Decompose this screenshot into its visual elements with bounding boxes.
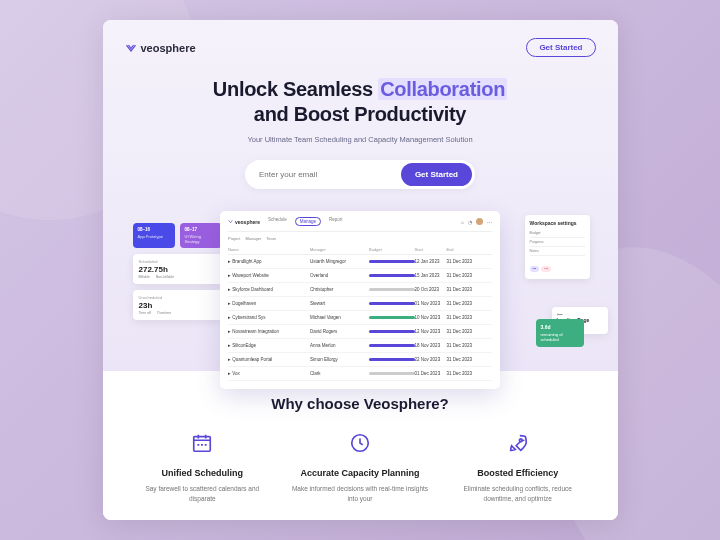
features-heading: Why choose Veosphere? — [133, 395, 588, 412]
table-row: ▸ Novastream IntegrationDavid Rogers12 N… — [228, 325, 492, 339]
menu-icon: ⋯ — [487, 219, 492, 225]
table-row: ▸ Cyberstrand SysMichael Vargen10 Nov 20… — [228, 311, 492, 325]
feature-item: Accurate Capacity Planning Make informed… — [290, 432, 430, 504]
table-row: ▸ Brandlight AppUstarth Mingregor12 Jan … — [228, 255, 492, 269]
mock-filters: Project Manager Team — [228, 231, 492, 241]
title-highlight: Collaboration — [378, 78, 507, 100]
feature-item: Boosted Efficiency Eliminate scheduling … — [448, 432, 588, 504]
table-row: ▸ DogelhavenStewart01 Nov 202331 Dec 202… — [228, 297, 492, 311]
table-row: ▸ Skyforce DashboardChristopher20 Oct 20… — [228, 283, 492, 297]
mock-table-header: Name Manager Budget Start End — [228, 245, 492, 255]
svg-rect-0 — [194, 437, 211, 452]
main-dashboard-mockup: veosphere Schedule Manage Report ⌕ ◔ ⋯ — [220, 211, 500, 389]
settings-card: Workspace settings Budget Progress Notes… — [525, 215, 590, 279]
schedule-card-blue: 08–16 App Prototype — [133, 223, 175, 248]
nav-bar: veosphere Get Started — [125, 38, 596, 57]
stats-card-scheduled: Scheduled 272.75h BillableNon-billable — [133, 254, 223, 284]
stats-card-unscheduled: Unscheduled 23h Time offOvertime — [133, 290, 223, 320]
mock-tab: Report — [329, 217, 343, 226]
email-input[interactable] — [259, 170, 401, 179]
hero-title: Unlock Seamless Collaboration and Boost … — [125, 77, 596, 127]
search-icon: ⌕ — [461, 219, 464, 225]
calendar-icon — [191, 432, 213, 454]
mock-tab-active: Manage — [295, 217, 321, 226]
nav-cta-button[interactable]: Get Started — [526, 38, 595, 57]
mock-tabs: Schedule Manage Report — [268, 217, 343, 226]
email-form: Get Started — [245, 160, 475, 189]
table-row: ▸ Quantumleap PortalSimon Ellorgy22 Nov … — [228, 353, 492, 367]
logo-icon — [125, 42, 137, 54]
features-section: Why choose Veosphere? Unified Scheduling… — [103, 371, 618, 520]
mock-header-icons: ⌕ ◔ ⋯ — [461, 218, 492, 225]
hero-section: veosphere Get Started Unlock Seamless Co… — [103, 20, 618, 371]
table-row: ▸ Waveport WebsiteOverland15 Jan 202331 … — [228, 269, 492, 283]
left-floating-cards: 08–16 App Prototype 08–17 UI Wiring Stra… — [133, 223, 223, 320]
features-grid: Unified Scheduling Say farewell to scatt… — [133, 432, 588, 504]
landing-page: veosphere Get Started Unlock Seamless Co… — [103, 20, 618, 520]
table-row: ▸ SiliconEdgeAnna Merlon18 Nov 202331 De… — [228, 339, 492, 353]
bell-icon: ◔ — [468, 219, 472, 225]
hero-subtitle: Your Ultimate Team Scheduling and Capaci… — [125, 135, 596, 144]
hero-content: Unlock Seamless Collaboration and Boost … — [125, 77, 596, 189]
svg-point-2 — [519, 439, 522, 442]
product-mockups: 08–16 App Prototype 08–17 UI Wiring Stra… — [125, 211, 596, 371]
feature-item: Unified Scheduling Say farewell to scatt… — [133, 432, 273, 504]
clock-icon — [349, 432, 371, 454]
table-row: ▸ VoxClark01 Dec 202331 Dec 2023 — [228, 367, 492, 381]
mock-logo-icon — [228, 219, 233, 224]
email-cta-button[interactable]: Get Started — [401, 163, 472, 186]
mock-table-body: ▸ Brandlight AppUstarth Mingregor12 Jan … — [228, 255, 492, 381]
remaining-card: 3.6d remaining of scheduled — [536, 319, 584, 347]
mock-tab: Schedule — [268, 217, 287, 226]
mock-header: veosphere Schedule Manage Report ⌕ ◔ ⋯ — [228, 217, 492, 226]
rocket-icon — [507, 432, 529, 454]
right-floating-cards: Workspace settings Budget Progress Notes… — [525, 215, 590, 279]
avatar — [476, 218, 483, 225]
brand-logo[interactable]: veosphere — [125, 42, 196, 54]
schedule-card-purple: 08–17 UI Wiring Strategy — [180, 223, 222, 248]
mock-logo: veosphere — [228, 219, 260, 225]
brand-name: veosphere — [141, 42, 196, 54]
